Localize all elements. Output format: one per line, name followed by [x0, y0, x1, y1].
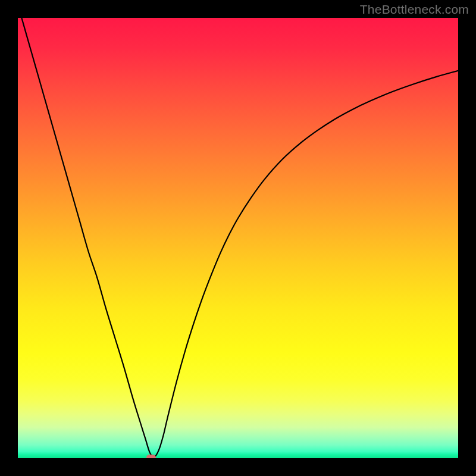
watermark-text: TheBottleneck.com: [360, 2, 469, 17]
plot-area: [18, 18, 458, 458]
chart-frame: TheBottleneck.com: [0, 0, 476, 476]
bottleneck-curve: [18, 18, 458, 458]
curve-marker: [146, 455, 156, 458]
